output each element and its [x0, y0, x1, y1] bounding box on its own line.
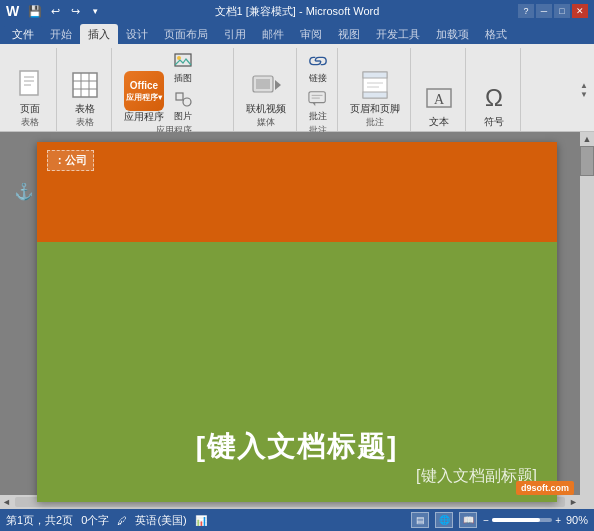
text-button[interactable]: A 文本	[419, 80, 459, 129]
company-label: ：公司	[47, 150, 94, 171]
zoom-out-icon[interactable]: −	[483, 515, 489, 526]
svg-rect-4	[73, 73, 97, 97]
header-footer-label: 页眉和页脚	[350, 103, 400, 114]
video-label: 联机视频	[246, 103, 286, 114]
qat-undo-icon[interactable]: ↩	[47, 3, 63, 19]
table-label: 表格	[75, 103, 95, 114]
zoom-level: 90%	[566, 514, 588, 526]
tab-insert[interactable]: 插入	[80, 24, 118, 44]
qat-save-icon[interactable]: 💾	[27, 3, 43, 19]
pages-button[interactable]: 页面	[10, 67, 50, 116]
word-page: ：公司 [键入文档标题] [键入文档副标题]	[37, 142, 557, 502]
status-icon-1: 🖊	[117, 515, 127, 526]
symbol-icon: Ω	[478, 82, 510, 114]
ribbon-group-pages: 页面 表格	[4, 48, 57, 131]
media-group-label: 媒体	[242, 116, 290, 131]
maximize-button[interactable]: □	[554, 4, 570, 18]
svg-rect-22	[363, 72, 387, 78]
text-group-content: A 文本	[419, 50, 459, 129]
document-title-placeholder[interactable]: [键入文档标题]	[196, 428, 399, 466]
close-button[interactable]: ✕	[572, 4, 588, 18]
view-read-button[interactable]: 📖	[459, 512, 477, 528]
online-video-button[interactable]: 联机视频	[242, 67, 290, 116]
symbol-button[interactable]: Ω 符号	[474, 80, 514, 129]
illustration-small-items: 插图 图片	[170, 50, 196, 124]
scrollbar-corner	[580, 495, 594, 509]
tab-format[interactable]: 格式	[477, 24, 515, 44]
header-footer-icon	[359, 69, 391, 101]
office-icon: Office 应用程序▾	[124, 71, 164, 111]
status-icon-2: 📊	[195, 515, 207, 526]
minimize-button[interactable]: ─	[536, 4, 552, 18]
tab-view[interactable]: 视图	[330, 24, 368, 44]
tab-design[interactable]: 设计	[118, 24, 156, 44]
shapes-icon	[173, 89, 193, 109]
zoom-slider-fill	[492, 518, 540, 522]
help-button[interactable]: ?	[518, 4, 534, 18]
ribbon-group-media: 联机视频 媒体	[236, 48, 297, 131]
ribbon-group-links: 链接 批注 批注	[299, 48, 338, 131]
svg-rect-11	[176, 93, 183, 100]
office-apps-button[interactable]: Office 应用程序▾ 应用程序	[120, 69, 168, 124]
pages-icon	[14, 69, 46, 101]
tab-file[interactable]: 文件	[4, 24, 42, 44]
scrollbar-thumb[interactable]	[580, 146, 594, 176]
tab-review[interactable]: 审阅	[292, 24, 330, 44]
ribbon-tab-bar: 文件 开始 插入 设计 页面布局 引用 邮件 审阅 视图 开发工具 加载项 格式	[0, 22, 594, 44]
status-right: ▤ 🌐 📖 − + 90%	[411, 512, 588, 528]
tab-developer[interactable]: 开发工具	[368, 24, 428, 44]
ribbon-group-illustrations: Office 应用程序▾ 应用程序 插图	[114, 48, 234, 131]
zoom-in-icon[interactable]: +	[555, 515, 561, 526]
link-icon	[308, 51, 328, 71]
status-bar: 第1页，共2页 0个字 🖊 英语(美国) 📊 ▤ 🌐 📖 − + 90%	[0, 509, 594, 531]
ribbon-group-header: 页眉和页脚 批注	[340, 48, 411, 131]
header-footer-button[interactable]: 页眉和页脚	[346, 67, 404, 116]
language: 英语(美国)	[135, 513, 186, 528]
tab-mailings[interactable]: 邮件	[254, 24, 292, 44]
shapes-button[interactable]: 图片	[170, 88, 196, 124]
svg-rect-0	[20, 71, 38, 95]
qat-redo-icon[interactable]: ↪	[67, 3, 83, 19]
ribbon-scroll[interactable]: ▲ ▼	[580, 48, 590, 131]
zoom-bar: − + 90%	[483, 514, 588, 526]
text-icon: A	[423, 82, 455, 114]
window-controls: ? ─ □ ✕	[518, 4, 588, 18]
comment-button[interactable]: 批注	[305, 88, 331, 124]
vertical-scrollbar[interactable]: ▲	[580, 132, 594, 495]
tab-layout[interactable]: 页面布局	[156, 24, 216, 44]
pages-group-content: 页面	[10, 50, 50, 116]
picture-button[interactable]: 插图	[170, 50, 196, 86]
qat-dropdown-icon[interactable]: ▼	[87, 3, 103, 19]
symbol-label: 符号	[484, 116, 504, 127]
document-area: ▲ ◄ ► ⚓ ：公司 [键入文档标题] [键入文档副标题]	[0, 132, 594, 509]
svg-rect-23	[363, 92, 387, 98]
zoom-slider[interactable]	[492, 518, 552, 522]
tab-addins[interactable]: 加载项	[428, 24, 477, 44]
link-label: 链接	[309, 72, 327, 85]
svg-point-10	[177, 56, 181, 60]
ribbon-group-symbols: Ω 符号	[468, 48, 521, 131]
link-button[interactable]: 链接	[305, 50, 331, 86]
svg-rect-17	[309, 92, 325, 103]
table-button[interactable]: 表格	[65, 67, 105, 116]
view-print-button[interactable]: ▤	[411, 512, 429, 528]
header-group-content: 页眉和页脚	[346, 50, 404, 116]
watermark: d9soft.com	[516, 481, 574, 495]
illustrations-group-content: Office 应用程序▾ 应用程序 插图	[120, 50, 196, 124]
svg-marker-14	[275, 80, 281, 90]
picture-label: 插图	[174, 72, 192, 85]
video-icon	[250, 69, 282, 101]
svg-marker-18	[313, 103, 316, 107]
comment-label: 批注	[309, 110, 327, 123]
tab-home[interactable]: 开始	[42, 24, 80, 44]
svg-point-12	[183, 98, 191, 106]
symbols-group-label	[474, 129, 514, 131]
svg-text:A: A	[434, 92, 445, 107]
tab-references[interactable]: 引用	[216, 24, 254, 44]
svg-rect-15	[256, 79, 270, 89]
text-label: 文本	[429, 116, 449, 127]
ribbon-content: 页面 表格 表格 表格	[0, 44, 594, 132]
view-web-button[interactable]: 🌐	[435, 512, 453, 528]
page-info: 第1页，共2页	[6, 513, 73, 528]
word-logo-icon: W	[6, 3, 19, 19]
